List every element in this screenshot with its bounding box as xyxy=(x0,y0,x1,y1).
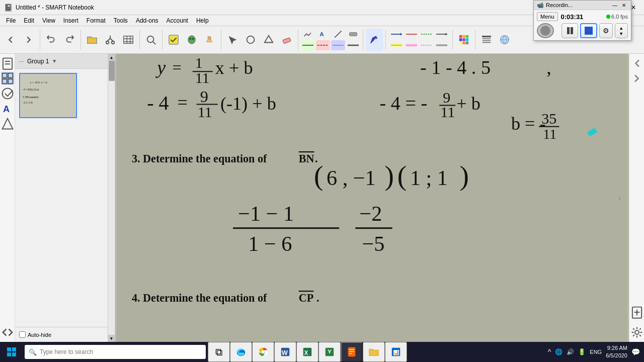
search-button[interactable] xyxy=(142,29,159,51)
menu-format[interactable]: Format xyxy=(83,16,110,25)
table-button[interactable] xyxy=(120,29,137,51)
menu-edit[interactable]: Edit xyxy=(20,16,38,25)
line-dotted[interactable] xyxy=(420,40,434,50)
highlighter-1[interactable] xyxy=(389,40,404,50)
taskbar-fileexplorer-button[interactable] xyxy=(363,342,385,362)
svg-text:3. BN equation: 3. BN equation xyxy=(23,96,39,99)
tray-chevron-icon[interactable]: ^ xyxy=(548,348,551,356)
line-color-2[interactable] xyxy=(405,29,419,39)
redo-button[interactable] xyxy=(61,29,78,51)
menu-help[interactable]: Help xyxy=(192,16,213,25)
recording-settings-button[interactable]: ⚙ xyxy=(599,23,613,38)
right-forward-arrow[interactable] xyxy=(630,72,643,85)
thumbnail-view-button[interactable] xyxy=(1,72,14,85)
line-style-4[interactable] xyxy=(346,40,360,50)
open-button[interactable] xyxy=(84,29,101,51)
tray-network-icon[interactable]: 🌐 xyxy=(555,348,562,355)
line-style-2[interactable] xyxy=(316,40,330,50)
svg-text:W: W xyxy=(282,349,288,356)
pen-button[interactable] xyxy=(301,29,315,39)
menu-addons[interactable]: Add-ons xyxy=(132,16,163,25)
menu-tools[interactable]: Tools xyxy=(110,16,132,25)
creative-pen-button[interactable] xyxy=(366,29,383,51)
svg-text:b = -: b = - xyxy=(511,114,546,134)
line-button[interactable] xyxy=(331,29,345,39)
sidebar-scrollbar[interactable]: ▲ ▼ xyxy=(108,54,115,342)
add-page-button[interactable] xyxy=(630,306,643,319)
taskbar-search[interactable]: 🔍 xyxy=(25,345,206,359)
shapes-tool-button[interactable] xyxy=(1,117,14,130)
shape-button[interactable] xyxy=(242,29,259,51)
recording-menu-button[interactable]: Menu xyxy=(537,12,558,21)
text-button[interactable]: A xyxy=(316,29,330,39)
recording-close-btn[interactable]: ✕ xyxy=(620,2,628,9)
taskbar-smartnotebook-button[interactable] xyxy=(341,342,363,362)
auto-hide-checkbox[interactable] xyxy=(19,331,26,338)
sidebar-bottom: Auto-hide xyxy=(15,327,108,342)
tray-battery-icon[interactable]: 🔋 xyxy=(578,348,586,355)
taskbar-edge-button[interactable] xyxy=(230,342,252,362)
select-button[interactable] xyxy=(224,29,241,51)
attachments-button[interactable] xyxy=(1,87,14,100)
svg-rect-115 xyxy=(7,347,11,351)
line-color-1[interactable] xyxy=(389,29,404,39)
page-thumbnail-1[interactable]: y = -9/11 x + b -4 = 9/11(-1)+b 3. BN eq… xyxy=(19,73,77,118)
recording-stop-button[interactable] xyxy=(580,23,597,38)
globe-button[interactable] xyxy=(496,29,513,51)
settings-button[interactable] xyxy=(630,326,643,339)
dropdown-icon[interactable]: ▼ xyxy=(52,58,57,64)
scroll-up-arrow[interactable]: ▲ xyxy=(108,54,115,61)
line-style-1[interactable] xyxy=(301,40,315,50)
svg-text:-1-1 / 1-6: -1-1 / 1-6 xyxy=(23,102,33,104)
undo-button[interactable] xyxy=(43,29,60,51)
taskbar-word-button[interactable]: W xyxy=(274,342,296,362)
taskbar-app3-button[interactable]: 📊 xyxy=(385,342,407,362)
checkbox-button[interactable] xyxy=(165,29,182,51)
line-style-3[interactable] xyxy=(331,40,345,50)
scroll-down-arrow[interactable]: ▼ xyxy=(108,335,115,342)
taskbar-app1-button[interactable]: X xyxy=(296,342,318,362)
menu-file[interactable]: File xyxy=(2,16,20,25)
auto-hide-label[interactable]: Auto-hide xyxy=(28,332,51,338)
cut-button[interactable] xyxy=(102,29,119,51)
recording-pause-button[interactable] xyxy=(561,23,579,38)
recording-record-button[interactable] xyxy=(537,23,554,38)
tray-volume-icon[interactable]: 🔊 xyxy=(567,348,574,355)
text-tool-button[interactable]: A xyxy=(1,102,14,115)
svg-text:6 ,  −1: 6 , −1 xyxy=(327,166,376,190)
list-button[interactable] xyxy=(478,29,495,51)
highlighter-2[interactable] xyxy=(405,40,419,50)
colors-grid-button[interactable] xyxy=(455,29,472,51)
taskbar-chrome-button[interactable] xyxy=(252,342,274,362)
line-color-4[interactable] xyxy=(435,29,449,39)
svg-rect-39 xyxy=(466,35,469,38)
recording-arrows-button[interactable]: ▲ ▼ xyxy=(615,23,628,38)
taskbar-taskview-button[interactable]: ⧉ xyxy=(208,342,230,362)
alien-button[interactable] xyxy=(183,29,200,51)
language-indicator[interactable]: ENG xyxy=(590,349,602,355)
line-combo[interactable] xyxy=(435,40,449,50)
hand-button[interactable] xyxy=(201,29,218,51)
menu-view[interactable]: View xyxy=(38,16,59,25)
recording-minimize-btn[interactable]: — xyxy=(611,2,619,9)
notification-icon[interactable]: 💬 xyxy=(631,348,640,356)
svg-text:- 4 = -: - 4 = - xyxy=(380,93,428,114)
right-back-arrow[interactable] xyxy=(630,57,643,70)
clock-display[interactable]: 9:26 AM 6/5/2020 xyxy=(606,344,627,360)
taskbar-app2-button[interactable] xyxy=(318,342,341,362)
page-view-button[interactable] xyxy=(1,57,14,70)
menu-insert[interactable]: Insert xyxy=(59,16,83,25)
eraser-button[interactable] xyxy=(278,29,295,51)
line-color-3[interactable] xyxy=(420,29,434,39)
menu-account[interactable]: Account xyxy=(163,16,192,25)
polygon-button[interactable] xyxy=(260,29,277,51)
canvas-area[interactable]: y = 1 11 x + b - 1 - 4 . 5 , - 4 = 9 11 … xyxy=(115,54,629,342)
scroll-thumb[interactable] xyxy=(109,61,115,81)
forward-button[interactable] xyxy=(20,29,37,51)
expand-button[interactable] xyxy=(1,326,14,339)
back-button[interactable] xyxy=(2,29,19,51)
page-scroll[interactable]: y = -9/11 x + b -4 = 9/11(-1)+b 3. BN eq… xyxy=(15,69,108,327)
search-input[interactable] xyxy=(40,348,202,355)
start-button[interactable] xyxy=(0,342,23,362)
eraser2-button[interactable] xyxy=(346,29,360,39)
